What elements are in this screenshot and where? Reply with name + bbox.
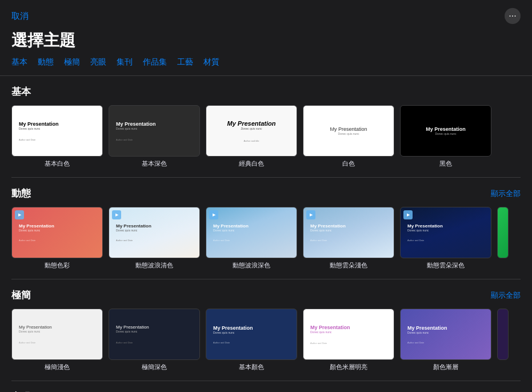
template-label-basic-gray: 基本深色 (142, 159, 167, 168)
dynamic-show-all-button[interactable]: 顯示全部 (491, 189, 521, 199)
thumb-subtitle: Donec quis nunc (213, 229, 290, 232)
template-item-minimal-dark[interactable]: My Presentation Donec quis nunc Author a… (109, 309, 200, 371)
tab-material[interactable]: 材質 (203, 57, 219, 67)
dynamic-templates-row: ▶ My Presentation Donec quis nunc Author… (11, 207, 521, 270)
template-item-dynamic-cloud-light[interactable]: ▶ My Presentation Donec quis nunc Author… (303, 207, 394, 270)
dynamic-section-title: 動態 (11, 187, 31, 200)
template-thumb-basic-white: My Presentation Donec quis nunc Author a… (11, 105, 103, 157)
thumb-subtitle: Donec quis nunc (19, 127, 95, 130)
template-item-minimal-extra[interactable] (497, 309, 509, 371)
thumb-title: My Presentation (116, 223, 193, 229)
thumb-author: Author and Date (116, 239, 193, 242)
template-thumb-color-bright: My Presentation Donec quis nunc Author a… (303, 309, 394, 360)
template-label-dynamic-colorful: 動態色彩 (45, 261, 70, 270)
thumb-subtitle: Donec quis nunc (338, 132, 359, 135)
template-label-black: 黑色 (439, 159, 452, 168)
tab-dynamic[interactable]: 動態 (38, 57, 54, 67)
template-thumb-color-gradient: My Presentation Donec quis nunc Author a… (400, 309, 491, 360)
template-item-basic-white[interactable]: My Presentation Donec quis nunc Author a… (11, 105, 103, 168)
thumb-author: Author and Date (19, 341, 95, 344)
template-item-dynamic-extra[interactable] (497, 207, 509, 270)
more-icon: ··· (509, 11, 516, 21)
basic-section-title: 基本 (11, 85, 31, 98)
thumb-subtitle: Donec quis nunc (116, 127, 193, 130)
tab-craft[interactable]: 工藝 (177, 57, 193, 67)
tab-minimal[interactable]: 極簡 (64, 57, 80, 67)
thumb-title: My Presentation (330, 126, 367, 132)
template-item-classic-white[interactable]: My Presentation Donec quis nunc Author a… (206, 105, 297, 168)
template-label-white: 白色 (342, 159, 355, 168)
template-label-dynamic-cloud-light: 動態雲朵淺色 (330, 261, 367, 270)
thumb-subtitle: Donec quis nunc (116, 330, 193, 333)
template-thumb-dynamic-colorful: ▶ My Presentation Donec quis nunc Author… (11, 207, 103, 258)
thumb-title: My Presentation (116, 325, 193, 330)
minimal-show-all-button[interactable]: 顯示全部 (491, 290, 521, 301)
play-badge: ▶ (112, 210, 121, 219)
thumb-author: Author and Date (407, 239, 484, 242)
template-thumb-white: My Presentation Donec quis nunc (303, 105, 394, 157)
template-label-classic-white: 經典白色 (239, 159, 264, 168)
thumb-subtitle: Donec quis nunc (310, 229, 387, 232)
template-label-dynamic-cloud-dark: 動態雲朵深色 (427, 261, 465, 270)
template-item-dynamic-wave-light[interactable]: ▶ My Presentation Donec quis nunc Author… (109, 207, 200, 270)
template-thumb-minimal-light: My Presentation Donec quis nunc Author a… (11, 309, 103, 360)
dynamic-section: 動態 顯示全部 ▶ My Presentation Donec quis nun… (0, 178, 532, 274)
thumb-subtitle: Donec quis nunc (116, 229, 193, 232)
template-item-dynamic-cloud-dark[interactable]: ▶ My Presentation Donec quis nunc Author… (400, 207, 491, 270)
template-thumb-minimal-dark: My Presentation Donec quis nunc Author a… (109, 309, 200, 360)
thumb-author: Author and Date (19, 138, 95, 141)
template-thumb-basic-color: My Presentation Donec quis nunc Author a… (206, 309, 297, 360)
template-item-dynamic-colorful[interactable]: ▶ My Presentation Donec quis nunc Author… (11, 207, 103, 270)
template-item-basic-gray[interactable]: My Presentation Donec quis nunc Author a… (109, 105, 200, 168)
template-label-minimal-light: 極簡淺色 (45, 363, 70, 371)
tab-basic[interactable]: 基本 (11, 57, 27, 67)
thumb-subtitle: Donec quis nunc (213, 331, 290, 334)
minimal-section: 極簡 顯示全部 My Presentation Donec quis nunc … (0, 279, 532, 376)
play-badge: ▶ (403, 210, 413, 219)
template-thumb-dynamic-cloud-light: ▶ My Presentation Donec quis nunc Author… (303, 207, 394, 258)
thumb-author: Author and Date (310, 342, 327, 345)
thumb-subtitle: Donec quis nunc (310, 330, 331, 334)
template-thumb-dynamic-wave-blue: ▶ My Presentation Donec quis nunc Author… (206, 207, 297, 258)
template-item-dynamic-wave-blue[interactable]: ▶ My Presentation Donec quis nunc Author… (206, 207, 297, 270)
template-label-dynamic-wave-light: 動態波浪清色 (135, 261, 173, 270)
thumb-title: My Presentation (213, 325, 290, 331)
more-button[interactable]: ··· (505, 8, 521, 24)
template-item-color-gradient[interactable]: My Presentation Donec quis nunc Author a… (400, 309, 491, 371)
minimal-section-title: 極簡 (11, 289, 31, 302)
basic-section-header: 基本 (11, 85, 521, 98)
template-label-dynamic-wave-blue: 動態波浪深色 (233, 261, 270, 270)
basic-templates-row: My Presentation Donec quis nunc Author a… (11, 105, 521, 168)
template-label-minimal-dark: 極簡深色 (142, 363, 167, 371)
template-label-basic-white: 基本白色 (45, 159, 70, 168)
tab-collection[interactable]: 集刊 (117, 57, 133, 67)
thumb-title: My Presentation (19, 121, 95, 127)
template-item-color-bright[interactable]: My Presentation Donec quis nunc Author a… (303, 309, 394, 371)
nav-tabs: 基本 動態 極簡 亮眼 集刊 作品集 工藝 材質 (0, 57, 532, 76)
thumb-author: Author and title (244, 139, 259, 142)
thumb-author: Author and Date (19, 239, 95, 242)
template-thumb-dynamic-cloud-dark: ▶ My Presentation Donec quis nunc Author… (400, 207, 491, 258)
template-item-black[interactable]: My Presentation Donec quis nunc 黑色 (400, 105, 491, 168)
tab-spotlight[interactable]: 亮眼 (90, 57, 106, 67)
template-item-minimal-light[interactable]: My Presentation Donec quis nunc Author a… (11, 309, 103, 371)
play-badge: ▶ (306, 210, 315, 219)
page-title: 選擇主題 (0, 27, 532, 57)
template-thumb-classic-white: My Presentation Donec quis nunc Author a… (206, 105, 297, 157)
cancel-button[interactable]: 取消 (11, 11, 29, 22)
template-item-white[interactable]: My Presentation Donec quis nunc 白色 (303, 105, 394, 168)
thumb-title: My Presentation (213, 223, 290, 229)
tab-portfolio[interactable]: 作品集 (143, 57, 167, 67)
thumb-title: My Presentation (407, 325, 447, 331)
thumb-title: My Presentation (310, 325, 350, 330)
template-label-basic-color: 基本顏色 (239, 363, 264, 371)
spotlight-section: 亮眼 顯示全部 MYPRESENTATION MYPRESENTATION (0, 381, 532, 392)
template-label-color-bright: 顏色米層明亮 (330, 363, 367, 371)
thumb-title: My Presentation (116, 121, 193, 127)
template-label-color-gradient: 顏色漸層 (433, 363, 458, 371)
template-item-basic-color[interactable]: My Presentation Donec quis nunc Author a… (206, 309, 297, 371)
thumb-title: My Presentation (426, 126, 466, 132)
basic-section: 基本 My Presentation Donec quis nunc Autho… (0, 76, 532, 173)
dynamic-section-header: 動態 顯示全部 (11, 187, 521, 200)
thumb-author: Author and Date (116, 341, 193, 344)
